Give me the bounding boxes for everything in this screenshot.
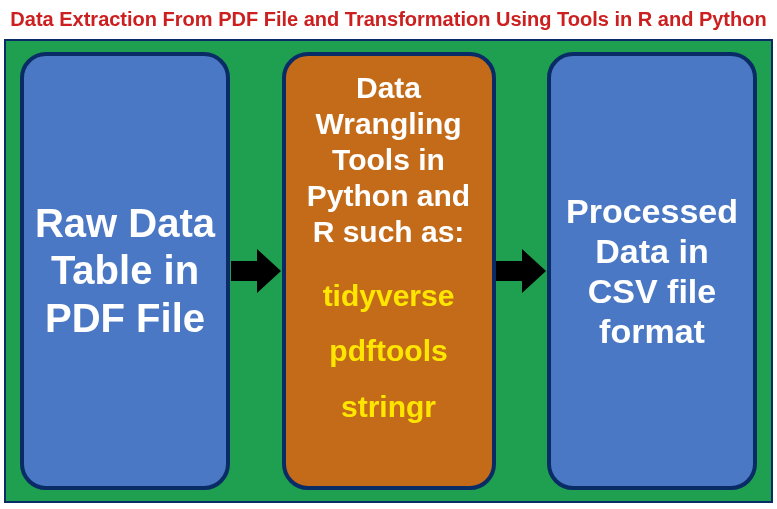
tools-box: Data Wrangling Tools in Python and R suc… bbox=[282, 52, 496, 490]
svg-marker-1 bbox=[496, 249, 546, 293]
tools-box-heading: Data Wrangling Tools in Python and R suc… bbox=[296, 70, 482, 250]
arrow-right-icon bbox=[231, 247, 281, 295]
output-box: Processed Data in CSV file format bbox=[547, 52, 757, 490]
input-box: Raw Data Table in PDF File bbox=[20, 52, 230, 490]
tool-item: pdftools bbox=[329, 333, 447, 368]
svg-marker-0 bbox=[231, 249, 281, 293]
tool-item: stringr bbox=[341, 389, 436, 424]
diagram-canvas: Raw Data Table in PDF File Data Wranglin… bbox=[4, 39, 773, 503]
tool-item: tidyverse bbox=[323, 278, 455, 313]
output-box-text: Processed Data in CSV file format bbox=[561, 191, 743, 351]
arrow-mid-to-right bbox=[496, 247, 546, 295]
arrow-left-to-mid bbox=[231, 247, 281, 295]
input-box-text: Raw Data Table in PDF File bbox=[34, 200, 216, 342]
diagram-title: Data Extraction From PDF File and Transf… bbox=[4, 4, 773, 39]
arrow-right-icon bbox=[496, 247, 546, 295]
